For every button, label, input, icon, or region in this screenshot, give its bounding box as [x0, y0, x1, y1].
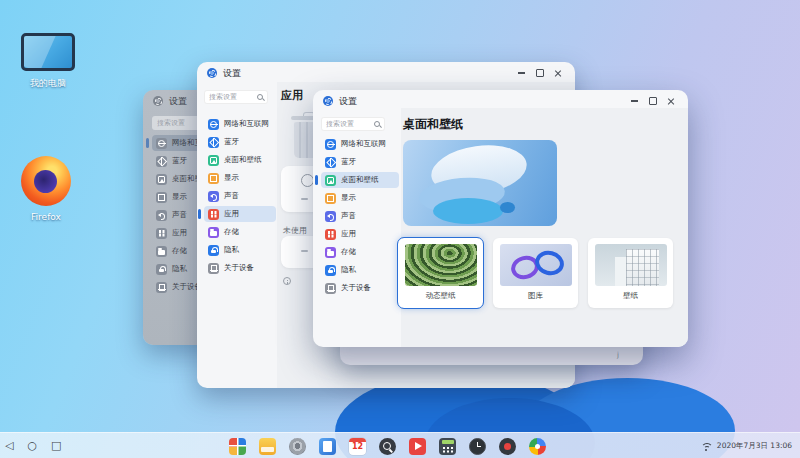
sidebar-item-label: 关于设备 [224, 263, 254, 273]
sidebar-item-front-7[interactable]: 隐私 [321, 262, 399, 278]
sidebar-item-front-1[interactable]: 蓝牙 [321, 154, 399, 170]
sidebar-item-label: 蓝牙 [172, 156, 187, 166]
datetime-label[interactable]: 2020年7月3日 13:06 [717, 441, 792, 451]
sidebar-item-label: 网络和互联网 [341, 139, 386, 149]
settings-search-input[interactable]: 搜索设置 [204, 90, 268, 104]
sound-icon [156, 210, 167, 221]
desktop-icon-firefox[interactable]: Firefox [14, 156, 78, 222]
clock-icon[interactable] [469, 438, 486, 455]
info-row [283, 277, 291, 285]
sidebar-item-front-0[interactable]: 网络和互联网 [321, 136, 399, 152]
taskbar-apps: 12 [229, 438, 546, 455]
titlebar[interactable]: 设置 [197, 62, 575, 84]
network-icon [208, 119, 219, 130]
window-title: 设置 [223, 67, 241, 80]
window-title: 设置 [339, 95, 357, 108]
photos-icon[interactable] [529, 438, 546, 455]
settings-sidebar: 网络和互联网蓝牙桌面和壁纸显示声音应用存储隐私关于设备 [204, 116, 276, 278]
storage-icon [156, 246, 167, 257]
sidebar-item-front-4[interactable]: 声音 [321, 208, 399, 224]
sidebar-item-label: 存储 [224, 227, 239, 237]
video-player-icon[interactable] [409, 438, 426, 455]
back-nav-icon[interactable] [5, 437, 13, 454]
sidebar-item-label: 桌面和壁纸 [224, 155, 262, 165]
desktop-icon-my-computer[interactable]: 我的电脑 [16, 33, 80, 90]
storage-icon [325, 247, 336, 258]
desktop-icon-label: Firefox [31, 212, 61, 222]
sound-icon [208, 191, 219, 202]
computer-icon [21, 33, 75, 71]
wallpaper-card-2[interactable]: 壁纸 [588, 238, 673, 308]
search-icon [257, 94, 263, 100]
search-placeholder: 搜索设置 [326, 119, 370, 129]
calendar-day: 12 [349, 442, 366, 451]
home-nav-icon[interactable] [27, 437, 37, 454]
recents-nav-icon[interactable] [51, 437, 61, 454]
about-icon [325, 283, 336, 294]
about-icon [156, 282, 167, 293]
settings-icon[interactable] [289, 438, 306, 455]
sidebar-item-label: 应用 [224, 209, 239, 219]
sidebar-item-front-2[interactable]: 桌面和壁纸 [321, 172, 399, 188]
minimize-button[interactable] [627, 94, 642, 108]
settings-search-input[interactable]: 搜索设置 [321, 117, 385, 131]
sidebar-item-middle-7[interactable]: 隐私 [204, 242, 276, 258]
nav-buttons [5, 437, 61, 454]
sidebar-item-front-8[interactable]: 关于设备 [321, 280, 399, 296]
sidebar-item-middle-8[interactable]: 关于设备 [204, 260, 276, 276]
firefox-icon [21, 156, 71, 206]
search-icon[interactable] [379, 438, 396, 455]
preview-art [500, 202, 515, 213]
sidebar-item-label: 隐私 [341, 265, 356, 275]
sidebar-item-middle-1[interactable]: 蓝牙 [204, 134, 276, 150]
sound-icon [325, 211, 336, 222]
sidebar-item-middle-2[interactable]: 桌面和壁纸 [204, 152, 276, 168]
sidebar-item-label: 声音 [224, 191, 239, 201]
unused-section-label: 未使用 [283, 225, 307, 236]
sidebar-item-label: 关于设备 [341, 283, 371, 293]
sidebar-item-label: 隐私 [224, 245, 239, 255]
network-icon [156, 138, 167, 149]
desktop-icon-label: 我的电脑 [30, 77, 66, 90]
wallpaper-preview [403, 140, 557, 226]
sidebar-item-middle-6[interactable]: 存储 [204, 224, 276, 240]
sidebar-item-label: 显示 [341, 193, 356, 203]
calculator-icon[interactable] [439, 438, 456, 455]
close-button[interactable] [663, 94, 678, 108]
bluetooth-icon [325, 157, 336, 168]
display-icon [325, 193, 336, 204]
maximize-button[interactable] [645, 94, 660, 108]
wallpaper-card-label: 图库 [528, 291, 543, 301]
minimize-button[interactable] [514, 66, 529, 80]
sidebar-item-front-3[interactable]: 显示 [321, 190, 399, 206]
sidebar-item-front-5[interactable]: 应用 [321, 226, 399, 242]
window-title: 设置 [169, 95, 187, 108]
wifi-icon[interactable] [701, 442, 712, 451]
sidebar-item-middle-4[interactable]: 声音 [204, 188, 276, 204]
wallpaper-card-0[interactable]: 动态壁纸 [398, 238, 483, 308]
sidebar-item-front-6[interactable]: 存储 [321, 244, 399, 260]
sidebar-item-middle-0[interactable]: 网络和互联网 [204, 116, 276, 132]
maximize-button[interactable] [532, 66, 547, 80]
sidebar-item-label: 声音 [172, 210, 187, 220]
sidebar-item-label: 隐私 [172, 264, 187, 274]
text-editor-icon[interactable] [319, 438, 336, 455]
sidebar-item-label: 声音 [341, 211, 356, 221]
file-manager-icon[interactable] [259, 438, 276, 455]
wallpaper-card-1[interactable]: 图库 [493, 238, 578, 308]
voice-recorder-icon[interactable] [499, 438, 516, 455]
sidebar-item-middle-5[interactable]: 应用 [204, 206, 276, 222]
preview-art [433, 198, 503, 224]
search-icon [374, 121, 380, 127]
calendar-icon[interactable]: 12 [349, 438, 366, 455]
info-icon [283, 277, 291, 285]
close-button[interactable] [550, 66, 565, 80]
titlebar[interactable]: 设置 [313, 90, 688, 112]
taskbar-status[interactable]: 2020年7月3日 13:06 [701, 433, 792, 458]
page-title: 桌面和壁纸 [403, 116, 463, 133]
sidebar-item-middle-3[interactable]: 显示 [204, 170, 276, 186]
sidebar-item-label: 存储 [341, 247, 356, 257]
launcher-icon[interactable] [229, 438, 246, 455]
privacy-icon [156, 264, 167, 275]
hidden-window-text: j [617, 351, 619, 359]
